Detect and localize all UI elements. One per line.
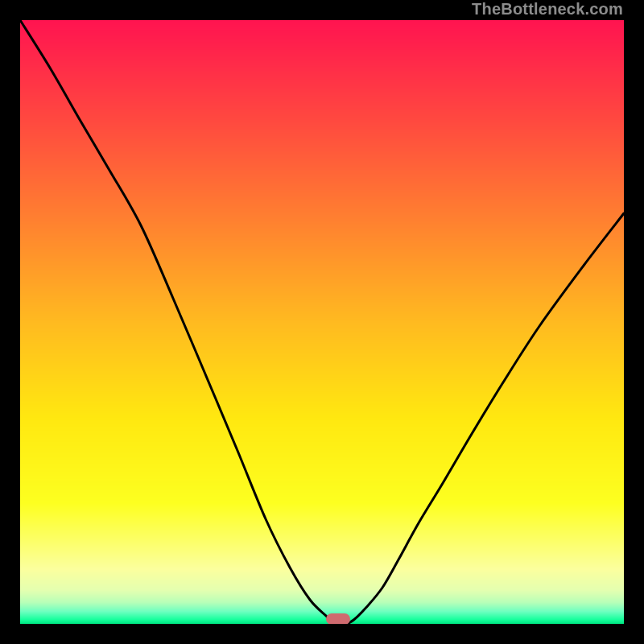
plot-area xyxy=(20,20,624,624)
optimum-marker xyxy=(326,613,350,624)
bottleneck-curve xyxy=(20,20,624,624)
chart-frame: TheBottleneck.com xyxy=(0,0,644,644)
watermark-text: TheBottleneck.com xyxy=(472,0,623,19)
curve-layer xyxy=(20,20,624,624)
